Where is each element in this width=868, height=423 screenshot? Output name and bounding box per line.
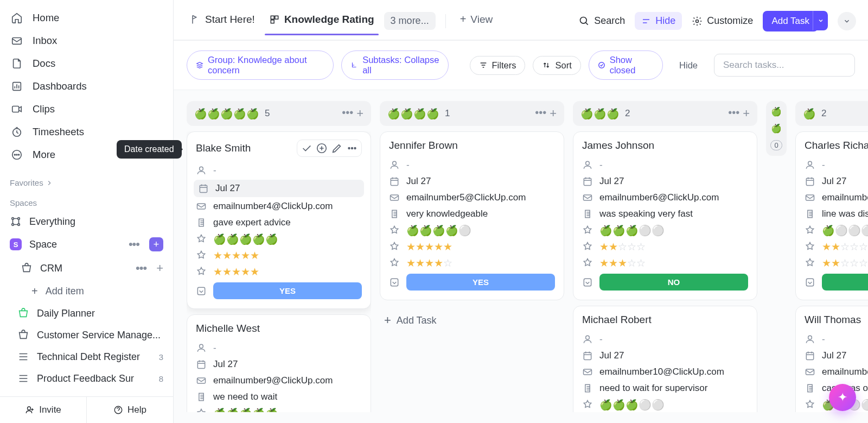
customize-button[interactable]: Customize [692,15,753,27]
card-assignee[interactable]: - [582,157,748,173]
tree-add-item[interactable]: +Add item [4,280,169,302]
column-menu-icon[interactable]: ••• [535,106,546,121]
filters-pill[interactable]: Filters [470,56,526,75]
add-task-dropdown[interactable] [813,11,828,30]
tabs-more[interactable]: 3 more... [384,12,436,30]
tree-csm[interactable]: Customer Service Manage... [4,324,169,346]
user-menu[interactable] [838,12,856,30]
tree-everything[interactable]: Everything [4,211,169,232]
card-note[interactable]: was speaking very fast [582,206,748,222]
column-add-icon[interactable]: + [356,106,363,121]
card-apples[interactable]: 🍏🍏🍏⚪⚪ [582,222,748,238]
tree-space[interactable]: SSpace•••+ [4,232,169,256]
card-apples[interactable]: 🍏⚪⚪⚪⚪ [805,222,868,238]
tab-knowledge-rating[interactable]: Knowledge Rating [265,8,379,34]
column-header[interactable]: 🍏 2 •••+ [795,101,868,126]
card-stars-1[interactable]: ★★☆☆☆ [582,238,748,255]
task-card[interactable]: Charles Richards -Jul 27emailnumber7@Cli… [795,131,868,300]
subtasks-pill[interactable]: Subtasks: Collapse all [341,50,449,80]
task-card[interactable]: Michelle West -Jul 27emailnumber9@ClickU… [187,314,371,412]
check-icon[interactable] [301,142,312,154]
search-button[interactable]: Search [579,15,625,27]
card-yn[interactable]: YES [389,271,555,293]
card-assignee[interactable]: - [582,331,748,348]
card-email[interactable]: emailnumber9@ClickUp.com [196,373,362,389]
card-apples[interactable]: 🍏🍏🍏⚪⚪ [582,396,748,412]
card-date[interactable]: Jul 27 [805,348,868,364]
task-card[interactable]: Blake Smith -Jul 27emailnumber4@ClickUp.… [187,131,371,309]
card-stars-2[interactable]: ★★★★★ [196,263,362,280]
card-date[interactable]: Jul 27 [582,173,748,190]
tab-start-here[interactable]: Start Here! [186,8,259,34]
task-card[interactable]: Jennifer Brown -Jul 27emailnumber5@Click… [380,131,564,300]
add-task-link[interactable]: +Add Task [380,306,564,335]
task-card[interactable]: James Johnson -Jul 27emailnumber6@ClickU… [573,131,757,300]
show-closed-pill[interactable]: Show closed [589,50,663,80]
card-email[interactable]: emailnumber6@ClickUp.com [582,190,748,206]
card-stars-1[interactable]: ★★★★★ [196,247,362,263]
column-header[interactable]: 🍏🍏🍏🍏🍏 5 •••+ [187,101,371,126]
card-apples[interactable]: 🍏🍏🍏🍏🍏 [196,231,362,247]
card-assignee[interactable]: - [196,162,362,179]
card-date[interactable]: Jul 27 [582,348,748,364]
card-date[interactable]: Jul 27 [805,173,868,190]
tree-feedback[interactable]: Product Feedback Sur8 [4,368,169,389]
card-stars-2[interactable]: ★★★☆☆ [582,255,748,271]
card-apples[interactable]: 🍏🍏🍏🍏🍏 [196,405,362,412]
card-assignee[interactable]: - [389,157,555,173]
nav-docs[interactable]: Docs [4,52,169,75]
space-menu-icon[interactable]: ••• [126,237,142,251]
group-pill[interactable]: Group: Knowledge about concern [187,50,334,80]
plus-circle-icon[interactable] [316,142,328,154]
card-assignee[interactable]: - [805,157,868,173]
space-add-button[interactable]: + [149,237,163,251]
card-assignee[interactable]: - [196,340,362,356]
column-menu-icon[interactable]: ••• [728,106,739,121]
column-header[interactable]: 🍏🍏🍏 2 •••+ [573,101,757,126]
card-assignee[interactable]: - [805,331,868,348]
add-task-button[interactable]: Add Task [763,11,818,31]
card-note[interactable]: need to wait for supervisor [582,380,748,396]
board[interactable]: 🍏🍏🍏🍏🍏 5 •••+ Blake Smith -Jul 27emailnum… [174,90,868,423]
favorites-header[interactable]: Favorites [0,171,173,191]
card-email[interactable]: emailnumber8@Clic [805,364,868,380]
tree-tech-debt[interactable]: Technical Debt Register3 [4,346,169,368]
tree-crm[interactable]: CRM•••+ [4,256,169,280]
card-date[interactable]: Jul 27 [196,356,362,373]
card-apples[interactable]: 🍏🍏🍏🍏⚪ [389,222,555,238]
help-button[interactable]: Help [87,397,173,423]
crm-menu-icon[interactable]: ••• [133,261,149,275]
card-note[interactable]: gave expert advice [196,214,362,231]
fab-button[interactable]: ✦ [829,384,856,411]
card-email[interactable]: emailnumber4@ClickUp.com [196,198,362,214]
card-note[interactable]: very knowledgeable [389,206,555,222]
nav-home[interactable]: Home [4,7,169,29]
search-tasks-input[interactable]: Search tasks... [714,54,855,77]
more-icon[interactable] [346,142,358,154]
card-note[interactable]: we need to wait [196,389,362,405]
column-header[interactable]: 🍏🍏🍏🍏 1 •••+ [380,101,564,126]
collapsed-column[interactable]: 🍏🍏0 [766,101,787,156]
card-note[interactable]: line was disconnecte [805,206,868,222]
column-menu-icon[interactable]: ••• [342,106,353,121]
card-stars-1[interactable]: ★★★★★ [389,238,555,255]
nav-inbox[interactable]: Inbox [4,29,169,52]
card-stars-1[interactable]: ★★☆☆☆ [805,238,868,255]
card-stars-2[interactable]: ★★★★☆ [389,255,555,271]
crm-add-icon[interactable]: + [156,261,163,275]
card-yn[interactable]: YES [196,280,362,302]
hide-button[interactable]: Hide [635,12,682,30]
hide-text-button[interactable]: Hide [671,56,706,74]
card-yn[interactable]: NO [582,271,748,293]
card-email[interactable]: emailnumber5@ClickUp.com [389,190,555,206]
task-card[interactable]: Michael Robert -Jul 27emailnumber10@Clic… [573,306,757,412]
nav-clips[interactable]: Clips [4,98,169,121]
card-email[interactable]: emailnumber7@Clic [805,190,868,206]
tree-daily-planner[interactable]: Daily Planner [4,302,169,324]
card-stars-2[interactable]: ★★☆☆☆ [805,255,868,271]
nav-dashboards[interactable]: Dashboards [4,75,169,98]
add-view-button[interactable]: +View [456,8,497,34]
card-yn[interactable]: NO [805,271,868,293]
column-add-icon[interactable]: + [743,106,750,121]
card-date[interactable]: Jul 27 [389,173,555,190]
